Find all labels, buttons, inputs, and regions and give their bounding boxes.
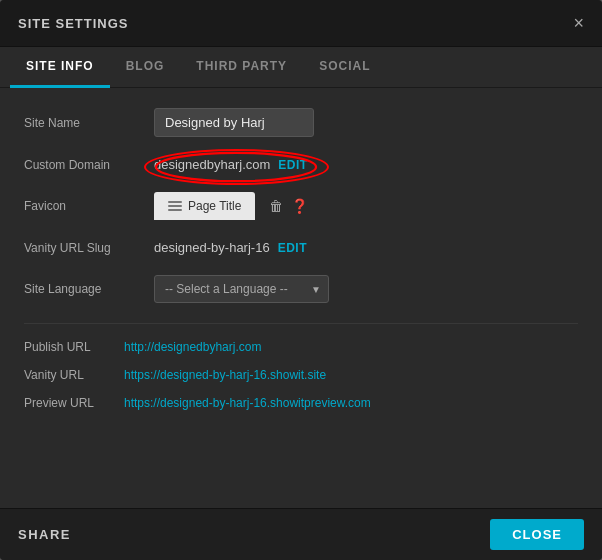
favicon-delete-icon[interactable]: 🗑: [269, 198, 283, 214]
tab-third-party[interactable]: THIRD PARTY: [180, 47, 303, 88]
site-name-value: [154, 108, 578, 137]
site-name-label: Site Name: [24, 116, 154, 130]
vanity-url-link[interactable]: https://designed-by-harj-16.showit.site: [124, 368, 326, 382]
vanity-slug-edit-button[interactable]: EDIT: [278, 241, 307, 255]
custom-domain-label: Custom Domain: [24, 158, 154, 172]
site-language-label: Site Language: [24, 282, 154, 296]
vanity-url-label: Vanity URL: [24, 368, 124, 382]
language-select[interactable]: -- Select a Language -- English Spanish …: [154, 275, 329, 303]
tab-blog[interactable]: BLOG: [110, 47, 181, 88]
modal-close-x-button[interactable]: ×: [573, 14, 584, 32]
publish-url-row: Publish URL http://designedbyharj.com: [24, 340, 578, 354]
vanity-url-slug-value: designed-by-harj-16 EDIT: [154, 240, 578, 255]
favicon-page-title: Page Title: [188, 199, 241, 213]
domain-highlight-wrapper: designedbyharj.com EDIT: [154, 157, 308, 172]
custom-domain-value: designedbyharj.com EDIT: [154, 157, 578, 172]
favicon-help-icon[interactable]: ❓: [291, 198, 308, 214]
preview-url-row: Preview URL https://designed-by-harj-16.…: [24, 396, 578, 410]
vanity-url-row: Vanity URL https://designed-by-harj-16.s…: [24, 368, 578, 382]
site-name-input[interactable]: [154, 108, 314, 137]
favicon-lines-icon: [168, 201, 182, 211]
language-select-wrapper: -- Select a Language -- English Spanish …: [154, 275, 329, 303]
site-settings-modal: SITE SETTINGS × SITE INFO BLOG THIRD PAR…: [0, 0, 602, 560]
vanity-slug-text: designed-by-harj-16: [154, 240, 270, 255]
custom-domain-edit-button[interactable]: EDIT: [278, 158, 307, 172]
favicon-value: Page Title 🗑 ❓: [154, 192, 578, 220]
site-language-row: Site Language -- Select a Language -- En…: [24, 275, 578, 303]
custom-domain-row: Custom Domain designedbyharj.com EDIT: [24, 157, 578, 172]
modal-title: SITE SETTINGS: [18, 16, 129, 31]
modal-body: Site Name Custom Domain designedbyharj.c…: [0, 88, 602, 508]
favicon-row: Favicon Page Title 🗑 ❓: [24, 192, 578, 220]
favicon-tab: Page Title: [154, 192, 255, 220]
url-section: Publish URL http://designedbyharj.com Va…: [24, 323, 578, 410]
site-name-row: Site Name: [24, 108, 578, 137]
preview-url-label: Preview URL: [24, 396, 124, 410]
tab-social[interactable]: SOCIAL: [303, 47, 386, 88]
preview-url-link[interactable]: https://designed-by-harj-16.showitprevie…: [124, 396, 371, 410]
tab-site-info[interactable]: SITE INFO: [10, 47, 110, 88]
favicon-label: Favicon: [24, 199, 154, 213]
publish-url-label: Publish URL: [24, 340, 124, 354]
vanity-url-slug-label: Vanity URL Slug: [24, 241, 154, 255]
vanity-url-slug-row: Vanity URL Slug designed-by-harj-16 EDIT: [24, 240, 578, 255]
share-label: SHARE: [18, 527, 71, 542]
domain-text: designedbyharj.com: [154, 157, 270, 172]
modal-header: SITE SETTINGS ×: [0, 0, 602, 47]
close-button[interactable]: CLOSE: [490, 519, 584, 550]
site-language-value: -- Select a Language -- English Spanish …: [154, 275, 578, 303]
tabs-container: SITE INFO BLOG THIRD PARTY SOCIAL: [0, 47, 602, 88]
modal-footer: SHARE CLOSE: [0, 508, 602, 560]
publish-url-link[interactable]: http://designedbyharj.com: [124, 340, 261, 354]
